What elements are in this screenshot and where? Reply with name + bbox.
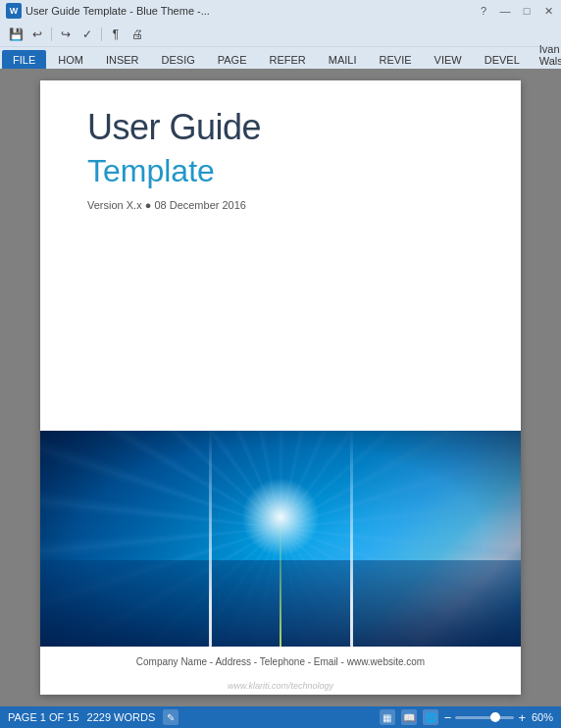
zoom-thumb[interactable]	[490, 712, 500, 722]
help-button[interactable]: ?	[477, 5, 490, 18]
print-icon[interactable]: 🖨	[129, 26, 145, 42]
title-bar: W User Guide Template - Blue Theme -... …	[0, 0, 561, 22]
document-title-main: User Guide	[87, 108, 474, 147]
undo-icon[interactable]: ↩	[29, 26, 45, 42]
road-line-left	[209, 431, 212, 647]
format-icon[interactable]: ¶	[108, 26, 124, 42]
reading-icon[interactable]: 📖	[401, 709, 417, 725]
user-name: Ivan Walsh	[539, 43, 561, 67]
tab-insert[interactable]: INSER	[95, 50, 150, 69]
document-watermark: www.klariti.com/technology	[40, 677, 521, 695]
layout-icon[interactable]: ▦	[380, 709, 395, 725]
status-track-changes-icon[interactable]: ✎	[163, 709, 178, 725]
page-info: PAGE 1 OF 15	[8, 711, 79, 723]
tab-file[interactable]: FILE	[2, 50, 46, 69]
window-title: User Guide Template - Blue Theme -...	[26, 5, 210, 17]
restore-button[interactable]: □	[520, 5, 534, 18]
tab-design[interactable]: DESIG	[151, 50, 206, 69]
title-bar-left: W User Guide Template - Blue Theme -...	[6, 3, 210, 19]
zoom-minus-button[interactable]: −	[444, 710, 452, 725]
window-controls: ? — □ ✕	[477, 5, 555, 18]
document-footer: Company Name - Address - Telephone - Ema…	[40, 647, 521, 677]
status-right: ▦ 📖 🌐 − + 60%	[380, 709, 553, 725]
road-line-right	[350, 431, 353, 647]
app-icon: W	[6, 3, 22, 19]
document-content: User Guide Template Version X.x ● 08 Dec…	[40, 80, 521, 431]
tab-developer[interactable]: DEVEL	[474, 50, 531, 69]
toolbar-separator-2	[101, 27, 102, 41]
zoom-slider: − +	[444, 710, 526, 725]
document-page: User Guide Template Version X.x ● 08 Dec…	[40, 80, 521, 695]
status-bar: PAGE 1 OF 15 2229 WORDS ✎ ▦ 📖 🌐 − + 60%	[0, 706, 561, 728]
tab-page[interactable]: PAGE	[207, 50, 258, 69]
web-layout-icon[interactable]: 🌐	[423, 709, 438, 725]
quick-access-toolbar: 💾 ↩ ↪ ✓ ¶ 🖨	[0, 22, 561, 47]
status-left: PAGE 1 OF 15 2229 WORDS ✎	[8, 709, 178, 725]
tab-view[interactable]: VIEW	[424, 50, 473, 69]
close-button[interactable]: ✕	[541, 5, 555, 18]
zoom-track[interactable]	[455, 716, 514, 719]
zoom-level: 60%	[532, 711, 553, 723]
document-title-sub: Template	[87, 153, 474, 189]
tab-review[interactable]: REVIE	[369, 50, 423, 69]
spellcheck-icon[interactable]: ✓	[79, 26, 95, 42]
redo-icon[interactable]: ↪	[58, 26, 74, 42]
toolbar-separator	[51, 27, 52, 41]
minimize-button[interactable]: —	[498, 5, 512, 18]
ribbon-tabs: FILE HOM INSER DESIG PAGE REFER MAILI RE…	[0, 47, 561, 69]
word-count: 2229 WORDS	[87, 711, 156, 723]
user-info: Ivan Walsh ▼ K	[532, 41, 561, 69]
document-version: Version X.x ● 08 December 2016	[87, 199, 474, 211]
tab-references[interactable]: REFER	[259, 50, 317, 69]
tab-mailings[interactable]: MAILI	[318, 50, 368, 69]
document-area: User Guide Template Version X.x ● 08 Dec…	[0, 69, 561, 706]
save-icon[interactable]: 💾	[8, 26, 24, 42]
zoom-plus-button[interactable]: +	[518, 710, 526, 725]
document-image	[40, 431, 521, 647]
road-center	[280, 517, 281, 647]
tab-home[interactable]: HOM	[47, 50, 94, 69]
